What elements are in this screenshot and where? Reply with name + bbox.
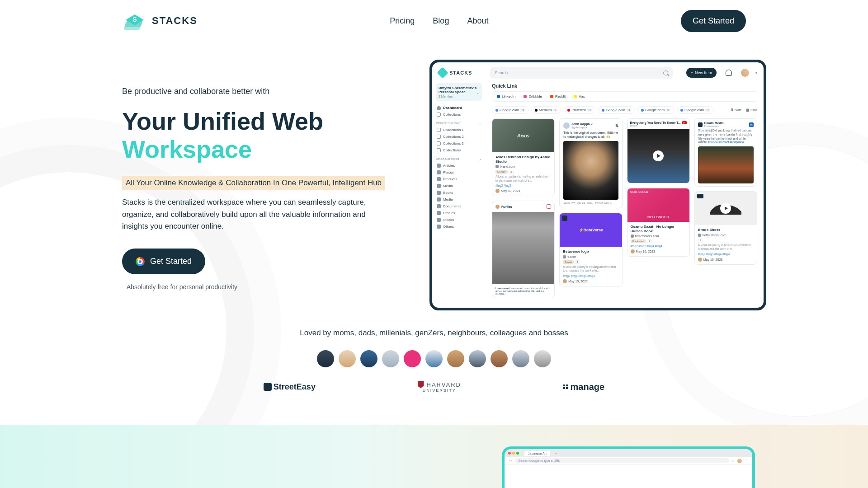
space-selector[interactable]: Dmytro Sheremetiev's Personal Space 2 Me…	[436, 83, 482, 101]
sidebar-dashboard[interactable]: Dashboard	[436, 104, 482, 111]
search-input[interactable]: Search..	[490, 67, 672, 79]
app-sidebar: Dmytro Sheremetiev's Personal Space 2 Me…	[432, 83, 486, 308]
card-panda[interactable]: Panda Media 2m members in [Fun facts] Di…	[694, 118, 757, 187]
card-image	[698, 146, 754, 183]
sidebar-item[interactable]: Collections 2	[436, 133, 482, 140]
filter-chip[interactable]: Google.com3	[492, 106, 528, 114]
linkedin-icon: in	[749, 122, 754, 127]
avatar	[382, 350, 399, 367]
smart-header: Smart Collection⌄	[436, 157, 482, 161]
card-tweet[interactable]: John Kappa ✔ @johnkappa 𝕏 This is the or…	[559, 118, 622, 208]
top-nav: S STACKS Pricing Blog About Get Started	[122, 0, 746, 42]
card-image	[492, 212, 554, 284]
sidebar-item[interactable]: Media	[436, 196, 482, 203]
filter-chip[interactable]: Pinterest3	[564, 106, 595, 114]
traffic-lights-icon	[508, 452, 519, 455]
sort-button[interactable]: ⇅ Sort	[731, 108, 741, 112]
harvard-logo: HARVARD UNIVERSITY	[418, 381, 461, 393]
quicklink-dribbble[interactable]: Dribbble	[524, 94, 542, 99]
card-image: SAMU DAZAINO LONGER	[627, 188, 689, 222]
plus-icon: +	[691, 70, 693, 75]
new-item-button[interactable]: + New Item	[686, 68, 717, 78]
card-axios[interactable]: Axios Axios Rebrand Design by Acme Studi…	[492, 118, 555, 196]
app-main: Quick Link LinkedIn Dribbble Reddit Vox …	[486, 83, 764, 308]
avatar	[495, 205, 500, 209]
brand-name: STACKS	[152, 15, 198, 27]
nav-blog[interactable]: Blog	[433, 16, 449, 26]
avatar	[491, 350, 508, 367]
sidebar-item[interactable]: Documents	[436, 203, 482, 210]
quicklink-reddit[interactable]: Reddit	[550, 94, 566, 99]
avatar	[360, 350, 377, 367]
user-avatar[interactable]	[741, 69, 749, 77]
sidebar-item[interactable]: Profiles	[436, 210, 482, 216]
stacks-mini-icon	[437, 67, 448, 78]
quicklink-title: Quick Link	[492, 83, 757, 89]
nav-cta-button[interactable]: Get Started	[681, 10, 746, 32]
youtube-icon	[682, 121, 687, 124]
card-image	[627, 129, 689, 183]
chevron-down-icon: ⌄	[479, 157, 482, 161]
avatar	[698, 122, 703, 127]
hero-highlight: All Your Online Knowledge & Collaboratio…	[122, 176, 385, 190]
url-bar[interactable]: Search Google or type a URL	[515, 458, 729, 463]
sidebar-collections[interactable]: Collections	[436, 111, 482, 118]
hero-cta-button[interactable]: Get Started	[122, 249, 205, 274]
filter-chip[interactable]: Google.com3	[598, 106, 635, 114]
bell-icon[interactable]	[726, 70, 732, 76]
author-avatar	[495, 189, 500, 193]
chevron-down-icon: ⌄	[479, 122, 482, 125]
filter-chip[interactable]: Google.com3	[637, 106, 674, 114]
search-icon	[663, 70, 668, 75]
browser-tab: Japanese Art	[524, 451, 550, 456]
site-icon	[495, 165, 499, 168]
filter-chip[interactable]: Medium2	[531, 106, 561, 114]
sidebar-item[interactable]: Stocks	[436, 216, 482, 223]
card-image: Axios	[492, 119, 554, 152]
sidebar-item[interactable]: Media	[436, 183, 482, 189]
card-image: ⚡ BetaVerse	[560, 213, 622, 247]
sidebar-item[interactable]: Collections	[436, 147, 482, 154]
card-image	[563, 141, 618, 200]
card-image	[695, 192, 757, 225]
quicklink-vox[interactable]: Vox	[574, 94, 585, 99]
quicklink-linkedin[interactable]: LinkedIn	[497, 94, 515, 99]
user-avatars	[122, 350, 746, 367]
avatar	[737, 459, 742, 463]
card-betaverse[interactable]: ⚡ BetaVerse Betaverse logo x.com Tweet3 …	[559, 213, 622, 286]
card-shoe[interactable]: Brodo Shoes betterstacks.com 3 A local a…	[694, 191, 757, 264]
avatar	[512, 350, 529, 367]
brand-logo[interactable]: S STACKS	[122, 8, 198, 33]
sidebar-item[interactable]: Products	[436, 176, 482, 183]
manage-logo: manage	[563, 382, 605, 392]
instagram-icon	[547, 204, 551, 209]
nav-about[interactable]: About	[467, 16, 488, 26]
sidebar-item[interactable]: Places	[436, 169, 482, 176]
filter-chip[interactable]: Google.com3	[677, 106, 713, 114]
hero-headline: Your Unified Web Workspace	[122, 107, 411, 163]
svg-text:S: S	[132, 16, 137, 23]
social-proof: Loved by moms, dads, millenials, genZers…	[122, 328, 746, 393]
filter-row: Google.com3 Medium2 Pinterest3 Google.co…	[492, 106, 757, 114]
sidebar-item[interactable]: Books	[436, 189, 482, 196]
sidebar-item[interactable]: Others	[436, 223, 482, 230]
hero: Be productive and collaborate better wit…	[122, 60, 746, 310]
card-dazai[interactable]: SAMU DAZAINO LONGER Osamu Dazai - No Lon…	[627, 188, 690, 257]
avatar	[447, 350, 464, 367]
card-ruffles[interactable]: Ruffles Username Username Lorem ipsum do…	[492, 201, 555, 298]
sidebar-item[interactable]: Collections 1	[436, 127, 482, 133]
chevron-down-icon[interactable]: ▾	[755, 71, 757, 75]
verified-icon: ✔	[590, 122, 593, 126]
card-video[interactable]: Everything You Need To Know T... Mubin	[627, 118, 690, 183]
nav-pricing[interactable]: Pricing	[390, 16, 415, 26]
grid-view-button[interactable]: ▦ Grid	[746, 108, 757, 112]
hero-eyebrow: Be productive and collaborate better wit…	[122, 87, 411, 96]
sidebar-item[interactable]: Articles	[436, 162, 482, 169]
app-topbar: STACKS Search.. + New Item ▾	[432, 62, 764, 83]
grid-icon	[437, 113, 441, 117]
sidebar-item[interactable]: Collections 3	[436, 140, 482, 147]
avatar	[317, 350, 334, 367]
home-icon	[437, 106, 441, 110]
hero-subtext: Absolutely free for personal productivit…	[127, 283, 411, 291]
stacks-logo-icon: S	[122, 8, 147, 33]
